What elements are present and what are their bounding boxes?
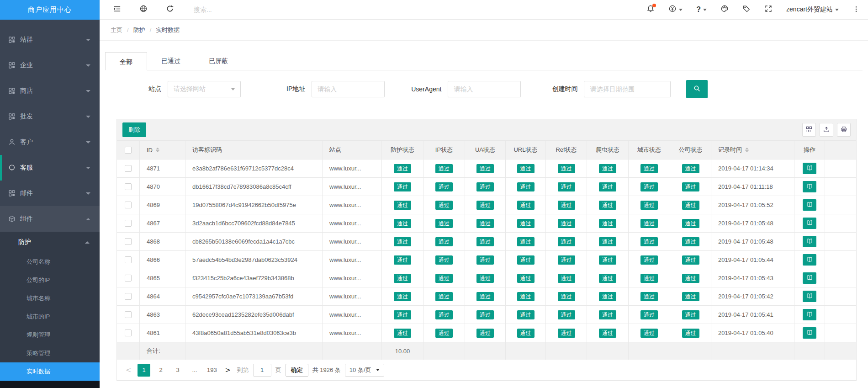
tab-已屏蔽[interactable]: 已屏蔽 (195, 52, 242, 70)
sidebar-item-商店[interactable]: 商店 (0, 78, 100, 104)
headset-icon (8, 164, 16, 172)
next-page-button[interactable]: > (223, 366, 233, 374)
sidebar-item-企业[interactable]: 企业 (0, 53, 100, 78)
page-button-1[interactable]: 1 (138, 364, 150, 377)
row-checkbox[interactable] (125, 202, 132, 208)
sidebar-item-批发[interactable]: 批发 (0, 104, 100, 129)
view-details-button[interactable] (803, 181, 816, 192)
ip-input[interactable] (312, 81, 385, 97)
cell-status4: 通过 (546, 233, 587, 250)
palette-button[interactable] (720, 5, 729, 15)
column-header-ID[interactable]: ID (140, 141, 185, 159)
cell-status5: 通过 (587, 306, 629, 324)
view-details-button[interactable] (803, 236, 816, 247)
submenu-item-城市名称[interactable]: 城市名称 (0, 289, 100, 308)
row-checkbox[interactable] (125, 183, 132, 190)
submenu-item-实时数据[interactable]: 实时数据 (0, 362, 100, 381)
view-details-button[interactable] (803, 163, 816, 174)
row-checkbox[interactable] (125, 330, 132, 336)
submenu-item-公司名称[interactable]: 公司名称 (0, 253, 100, 271)
book-icon (806, 165, 813, 173)
row-checkbox[interactable] (125, 275, 132, 282)
row-checkbox[interactable] (125, 293, 132, 300)
bell-button[interactable] (646, 5, 655, 15)
date-range-input[interactable] (584, 81, 671, 97)
view-details-button[interactable] (803, 291, 816, 302)
page-button-2[interactable]: 2 (154, 364, 167, 377)
sidebar-item-label: 商店 (20, 87, 33, 95)
cell-time: 2019-04-17 01:11:18 (711, 178, 794, 196)
cell-status0: 通过 (382, 196, 423, 214)
row-checkbox[interactable] (125, 220, 132, 227)
menu-toggle-button[interactable] (112, 5, 122, 14)
submenu-item-规则管理[interactable]: 规则管理 (0, 326, 100, 344)
cell-status6: 通过 (629, 287, 670, 305)
tab-全部[interactable]: 全部 (105, 52, 147, 70)
columns-button[interactable] (802, 123, 816, 137)
table-row: 4870db16617f38cd7c78983086a8c85c4cffwww.… (117, 178, 856, 196)
status-badge: 通过 (682, 164, 699, 173)
search-button[interactable] (686, 80, 708, 98)
row-checkbox[interactable] (125, 238, 132, 245)
page-unit-label: 页 (275, 366, 281, 374)
search-input[interactable] (194, 6, 331, 13)
status-badge: 通过 (558, 329, 575, 338)
cell-status3: 通过 (506, 233, 546, 250)
kebab-menu-button[interactable] (852, 5, 860, 14)
submenu-item-城市的IP[interactable]: 城市的IP (0, 308, 100, 326)
prev-page-button[interactable]: < (123, 366, 133, 374)
submenu-item-公司的IP[interactable]: 公司的IP (0, 271, 100, 289)
globe-button[interactable] (139, 5, 148, 14)
row-checkbox[interactable] (125, 311, 132, 318)
per-page-select[interactable]: 10 条/页 (345, 364, 384, 377)
status-badge: 通过 (394, 201, 411, 210)
help-button[interactable]: ? (696, 5, 707, 14)
view-details-button[interactable] (803, 254, 816, 266)
sidebar-item-邮件[interactable]: 邮件 (0, 181, 100, 206)
confirm-button[interactable]: 确定 (286, 364, 308, 377)
useragent-input[interactable] (448, 81, 521, 97)
fullscreen-button[interactable] (764, 5, 773, 15)
site-select[interactable]: 请选择网站 (168, 81, 241, 97)
grid-icon (8, 36, 16, 44)
delete-button[interactable]: 删除 (122, 122, 146, 137)
cell-status4: 通过 (546, 269, 587, 287)
row-checkbox[interactable] (125, 256, 132, 263)
cell-site: www.luxur... (323, 324, 382, 342)
cell-id: 4864 (140, 287, 185, 305)
goto-page-input[interactable] (253, 364, 271, 377)
useragent-filter-label: UserAgent (411, 85, 441, 93)
export-button[interactable] (820, 123, 833, 137)
status-badge: 通过 (682, 182, 699, 191)
tag-button[interactable] (742, 5, 751, 15)
view-details-button[interactable] (803, 218, 816, 229)
cell-filler (825, 178, 856, 196)
view-details-button[interactable] (803, 272, 816, 284)
currency-button[interactable] (668, 5, 683, 15)
print-button[interactable] (837, 123, 851, 137)
refresh-button[interactable] (165, 5, 175, 14)
sidebar-item-客服[interactable]: 客服 (0, 155, 100, 181)
sort-icon[interactable] (745, 148, 749, 152)
status-badge: 通过 (558, 164, 575, 173)
sort-icon[interactable] (156, 148, 159, 152)
row-checkbox[interactable] (125, 165, 132, 172)
view-details-button[interactable] (803, 199, 816, 211)
select-all-checkbox[interactable] (125, 147, 132, 154)
user-menu[interactable]: zencart外贸建站 (786, 5, 839, 14)
view-details-button[interactable] (803, 327, 816, 339)
view-details-button[interactable] (803, 309, 816, 320)
breadcrumb-item-主页[interactable]: 主页 (111, 26, 122, 34)
submenu-item-策略管理[interactable]: 策略管理 (0, 344, 100, 362)
page-button-193[interactable]: 193 (205, 364, 219, 377)
column-header-Ref状态: Ref状态 (546, 141, 587, 159)
sidebar-item-label: 客服 (20, 164, 33, 172)
sidebar-item-客户[interactable]: 客户 (0, 129, 100, 155)
sidebar-item-站群[interactable]: 站群 (0, 27, 100, 53)
sidebar-item-组件[interactable]: 组件 (0, 206, 100, 232)
submenu-header-防护[interactable]: 防护 (0, 232, 100, 253)
page-button-3[interactable]: 3 (171, 364, 184, 377)
column-header-记录时间[interactable]: 记录时间 (711, 141, 794, 159)
cell-time: 2019-04-17 01:05:44 (711, 251, 794, 269)
tab-已通过[interactable]: 已通过 (147, 52, 195, 70)
